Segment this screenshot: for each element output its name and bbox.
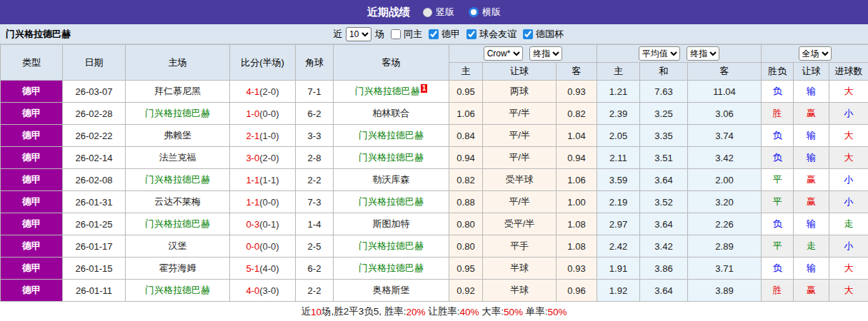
outcome-result: 平 bbox=[762, 169, 794, 191]
handicap-line: 受半球 bbox=[483, 169, 557, 191]
date-cell: 26-03-07 bbox=[63, 81, 126, 103]
average-odds-select[interactable]: 平均值 bbox=[639, 46, 680, 61]
league-label-dfb-pokal: 德国杯 bbox=[536, 28, 564, 41]
handicap-home-odds: 0.94 bbox=[449, 147, 483, 169]
summary-segment: 50% bbox=[548, 307, 567, 317]
avg-draw-odds: 3.64 bbox=[640, 169, 688, 191]
sub-header-handicap-line: 让球 bbox=[483, 63, 557, 81]
corner-cell: 2-2 bbox=[296, 169, 334, 191]
handicap-line: 平/半 bbox=[483, 103, 557, 125]
handicap-result: 走 bbox=[794, 235, 829, 258]
fulltime-score: 1-1 bbox=[246, 197, 259, 208]
handicap-result: 输 bbox=[794, 125, 829, 147]
outcome-result: 平 bbox=[762, 235, 794, 258]
home-team-name: 门兴格拉德巴赫 bbox=[145, 108, 210, 118]
same-home-checkbox[interactable] bbox=[391, 29, 401, 39]
handicap-home-odds: 0.80 bbox=[449, 213, 483, 235]
handicap-odds-group-header: Crow* 终指 bbox=[449, 45, 597, 63]
sub-header-goals-result: 进球数 bbox=[829, 63, 868, 81]
red-card-badge: 1 bbox=[421, 84, 428, 93]
sub-header-handicap-away: 客 bbox=[557, 63, 597, 81]
away-team-name: 门兴格拉德巴赫 bbox=[359, 196, 424, 207]
outcome-result: 负 bbox=[762, 125, 794, 147]
league-checkbox-friendly[interactable] bbox=[467, 29, 477, 39]
avg-away-odds: 2.89 bbox=[688, 235, 762, 258]
home-team: 霍芬海姆 bbox=[126, 258, 230, 280]
home-team-name: 拜仁慕尼黑 bbox=[154, 86, 201, 96]
radio-unchecked-icon[interactable] bbox=[423, 8, 432, 17]
home-team-name: 法兰克福 bbox=[159, 152, 196, 163]
away-team-name: 门兴格拉德巴赫 bbox=[359, 130, 424, 141]
date-cell: 26-01-31 bbox=[63, 191, 126, 213]
sub-header-avg-draw: 和 bbox=[640, 63, 688, 81]
filter-bar: 门兴格拉德巴赫 近 10 场 同主 德甲 球会友谊 德国杯 bbox=[0, 24, 868, 44]
score-cell: 5-1(4-0) bbox=[230, 258, 296, 280]
avg-home-odds: 1.92 bbox=[597, 280, 640, 302]
home-team: 门兴格拉德巴赫 bbox=[126, 280, 230, 302]
handicap-line: 受平/半 bbox=[483, 213, 557, 235]
avg-away-odds: 11.04 bbox=[688, 81, 762, 103]
handicap-away-odds: 0.82 bbox=[557, 103, 597, 125]
handicap-away-odds: 1.00 bbox=[557, 191, 597, 213]
handicap-home-odds: 0.82 bbox=[449, 169, 483, 191]
goals-result: 小 bbox=[829, 169, 868, 191]
halftime-score: (2-0) bbox=[259, 86, 279, 97]
europe-stage-select[interactable]: 终指 bbox=[687, 46, 719, 61]
home-team: 云达不莱梅 bbox=[126, 191, 230, 213]
away-team-name: 奥格斯堡 bbox=[373, 285, 410, 295]
layout-radio-horizontal[interactable]: 横版 bbox=[469, 6, 501, 19]
halftime-score: (0-1) bbox=[259, 219, 279, 230]
summary-segment: 40% bbox=[459, 307, 479, 317]
sub-header-handicap-home: 主 bbox=[449, 63, 483, 81]
home-team: 弗赖堡 bbox=[126, 125, 230, 147]
away-team-name: 勒沃库森 bbox=[373, 174, 410, 185]
match-count-select[interactable]: 10 bbox=[346, 27, 371, 41]
summary-segment: 场,胜2平3负5, 胜率: bbox=[321, 305, 406, 318]
fulltime-score: 1-1 bbox=[246, 175, 259, 185]
fulltime-score: 2-1 bbox=[246, 131, 259, 141]
date-cell: 26-02-28 bbox=[63, 103, 126, 125]
league-checkbox-dfb-pokal[interactable] bbox=[523, 29, 533, 39]
avg-home-odds: 2.42 bbox=[597, 235, 640, 258]
league-type-cell: 德甲 bbox=[1, 213, 63, 235]
outcome-result: 平 bbox=[762, 191, 794, 213]
table-row: 德甲 26-01-17 汉堡 0-0(0-0) 2-5 门兴格拉德巴赫 0.80… bbox=[1, 235, 868, 258]
table-row: 德甲 26-02-08 门兴格拉德巴赫 1-1(1-1) 2-2 勒沃库森 0.… bbox=[1, 169, 868, 191]
avg-away-odds: 2.26 bbox=[688, 213, 762, 235]
halftime-score: (3-0) bbox=[259, 285, 279, 296]
halftime-score: (4-0) bbox=[259, 263, 279, 274]
table-row: 德甲 26-03-07 拜仁慕尼黑 4-1(2-0) 7-1 门兴格拉德巴赫1 … bbox=[1, 81, 868, 103]
handicap-line: 平/半 bbox=[483, 191, 557, 213]
handicap-away-odds: 1.08 bbox=[557, 235, 597, 258]
home-team-name: 弗赖堡 bbox=[164, 130, 191, 141]
league-type-cell: 德甲 bbox=[1, 235, 63, 258]
date-cell: 26-01-11 bbox=[63, 280, 126, 302]
avg-draw-odds: 7.63 bbox=[640, 81, 688, 103]
away-team: 门兴格拉德巴赫 bbox=[334, 235, 449, 258]
away-team-name: 斯图加特 bbox=[373, 218, 410, 229]
match-scope-select[interactable]: 全场 bbox=[799, 46, 832, 61]
away-team: 门兴格拉德巴赫 bbox=[334, 125, 449, 147]
table-row: 德甲 26-01-11 门兴格拉德巴赫 4-0(3-0) 2-2 奥格斯堡 0.… bbox=[1, 280, 868, 302]
radio-checked-icon[interactable] bbox=[469, 7, 479, 17]
handicap-stage-select[interactable]: 终指 bbox=[529, 46, 562, 61]
handicap-line: 平手 bbox=[483, 235, 557, 258]
halftime-score: (0-0) bbox=[259, 197, 279, 208]
team-title: 门兴格拉德巴赫 bbox=[6, 24, 71, 44]
away-team-name: 门兴格拉德巴赫 bbox=[359, 240, 424, 251]
league-checkbox-bundesliga[interactable] bbox=[429, 29, 439, 39]
page-title: 近期战绩 bbox=[367, 6, 410, 19]
table-row: 德甲 26-02-28 门兴格拉德巴赫 1-0(0-0) 6-2 柏林联合 1.… bbox=[1, 103, 868, 125]
layout-radio-vertical[interactable]: 竖版 bbox=[423, 6, 454, 19]
home-team-name: 霍芬海姆 bbox=[159, 263, 196, 273]
league-type-cell: 德甲 bbox=[1, 125, 63, 147]
fulltime-score: 0-0 bbox=[246, 241, 259, 252]
avg-home-odds: 2.11 bbox=[597, 147, 640, 169]
odds-company-select[interactable]: Crow* bbox=[484, 46, 523, 61]
league-label-friendly: 球会友谊 bbox=[479, 28, 517, 41]
outcome-result: 胜 bbox=[762, 103, 794, 125]
home-team: 法兰克福 bbox=[126, 147, 230, 169]
avg-away-odds: 3.71 bbox=[688, 258, 762, 280]
league-type-cell: 德甲 bbox=[1, 81, 63, 103]
goals-result: 小 bbox=[829, 235, 868, 258]
